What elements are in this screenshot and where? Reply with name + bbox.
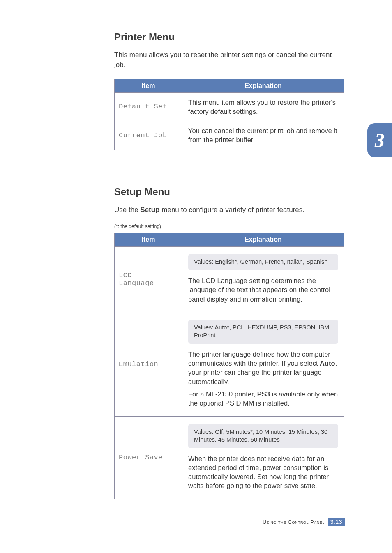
item-cell: LCD Language	[115, 247, 182, 312]
printer-menu-intro: This menu allows you to reset the printe…	[114, 50, 345, 70]
footer-page-badge: 3.13	[328, 518, 345, 526]
item-cell: Default Set	[115, 92, 182, 121]
printer-menu-heading: Printer Menu	[114, 31, 345, 43]
bold-text: PS3	[257, 390, 270, 398]
table-row: Current Job You can cancel the current p…	[115, 121, 344, 150]
text-fragment: For a ML-2150 printer,	[188, 390, 257, 398]
page-footer: Using the Control Panel 3.13	[263, 518, 345, 526]
explanation-cell: Values: Off, 5Minutes*, 10 Minutes, 15 M…	[182, 416, 344, 499]
col-header-explanation: Explanation	[182, 79, 344, 92]
table-row: Emulation Values: Auto*, PCL, HEXDUMP, P…	[115, 312, 344, 416]
chapter-number: 3	[375, 129, 385, 152]
footer-chapter: 3.	[330, 518, 336, 525]
values-box: Values: English*, German, French, Italia…	[188, 254, 338, 270]
default-setting-footnote: (*: the default setting)	[114, 224, 345, 229]
item-cell: Power Save	[115, 416, 182, 499]
col-header-item: Item	[115, 79, 182, 92]
body-text: For a ML-2150 printer, PS3 is available …	[188, 389, 338, 408]
bold-text: Auto	[320, 359, 335, 367]
item-cell: Emulation	[115, 312, 182, 416]
chapter-tab: 3	[367, 123, 392, 157]
table-row: LCD Language Values: English*, German, F…	[115, 247, 344, 312]
explanation-cell: Values: Auto*, PCL, HEXDUMP, PS3, EPSON,…	[182, 312, 344, 416]
explanation-cell: This menu item allows you to restore the…	[182, 92, 344, 121]
explanation-cell: Values: English*, German, French, Italia…	[182, 247, 344, 312]
table-row: Default Set This menu item allows you to…	[115, 92, 344, 121]
text-fragment: Use the	[114, 206, 140, 214]
setup-menu-table: Item Explanation LCD Language Values: En…	[114, 233, 344, 499]
table-header-row: Item Explanation	[115, 233, 344, 247]
text-fragment: menu to configure a variety of printer f…	[160, 206, 304, 214]
document-page: 3 Printer Menu This menu allows you to r…	[0, 0, 392, 553]
bold-text: Setup	[140, 206, 159, 214]
table-header-row: Item Explanation	[115, 79, 344, 92]
text-fragment: The printer language defines how the com…	[188, 350, 330, 367]
setup-menu-heading: Setup Menu	[114, 186, 345, 198]
body-text: When the printer does not receive data f…	[188, 454, 338, 491]
explanation-cell: You can cancel the current print job and…	[182, 121, 344, 150]
body-text: The LCD Language setting determines the …	[188, 276, 338, 304]
table-row: Power Save Values: Off, 5Minutes*, 10 Mi…	[115, 416, 344, 499]
printer-menu-table: Item Explanation Default Set This menu i…	[114, 79, 344, 150]
col-header-explanation: Explanation	[182, 233, 344, 247]
footer-page-number: 13	[335, 518, 342, 525]
item-cell: Current Job	[115, 121, 182, 150]
footer-title: Using the Control Panel	[263, 519, 325, 525]
values-box: Values: Auto*, PCL, HEXDUMP, PS3, EPSON,…	[188, 320, 338, 344]
setup-menu-intro: Use the Setup menu to configure a variet…	[114, 205, 345, 215]
col-header-item: Item	[115, 233, 182, 247]
values-box: Values: Off, 5Minutes*, 10 Minutes, 15 M…	[188, 424, 338, 448]
body-text: The printer language defines how the com…	[188, 350, 338, 386]
